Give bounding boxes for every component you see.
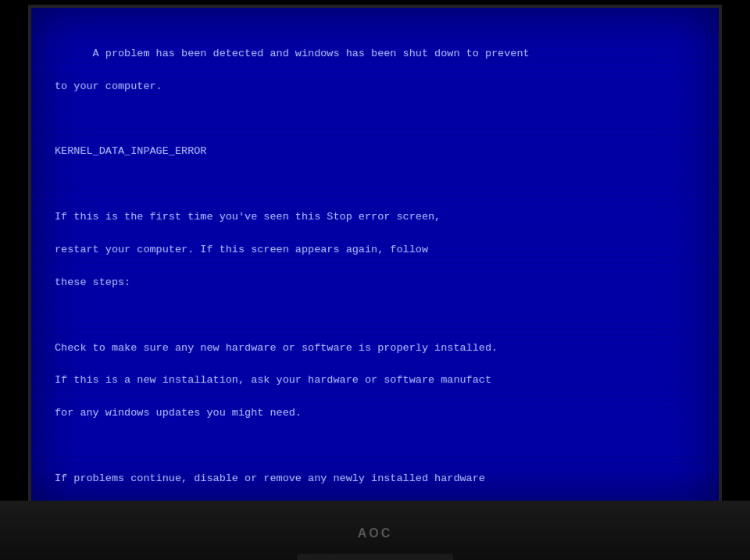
bsod-error-code: KERNEL_DATA_INPAGE_ERROR [55, 145, 206, 157]
bsod-screen: A problem has been detected and windows … [31, 8, 719, 501]
monitor: A problem has been detected and windows … [0, 0, 750, 560]
monitor-stand [297, 554, 453, 560]
bsod-para1-line2: restart your computer. If this screen ap… [55, 244, 428, 255]
bsod-para1-line1: If this is the first time you've seen th… [55, 211, 441, 223]
bsod-para2-line3: for any windows updates you might need. [55, 407, 302, 419]
bsod-line-header2: to your computer. [55, 80, 162, 92]
bsod-para2-line1: Check to make sure any new hardware or s… [55, 342, 498, 354]
monitor-brand-label: AOC [358, 526, 393, 540]
bsod-para1-line3: these steps: [55, 276, 130, 288]
bsod-content: A problem has been detected and windows … [55, 30, 695, 501]
bsod-para2-line2: If this is a new installation, ask your … [55, 374, 491, 386]
bsod-line-header1: A problem has been detected and windows … [93, 48, 530, 59]
bsod-para3-line1: If problems continue, disable or remove … [55, 473, 485, 484]
monitor-bezel-bottom: AOC [0, 501, 750, 560]
